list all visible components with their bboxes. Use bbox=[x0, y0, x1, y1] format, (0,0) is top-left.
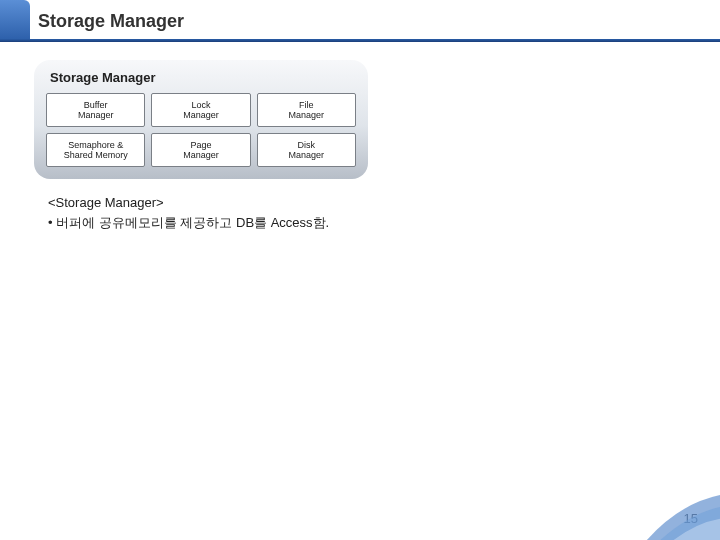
swoosh-icon bbox=[640, 490, 720, 540]
cell-semaphore-shared-memory: Semaphore & Shared Memory bbox=[46, 133, 145, 167]
description-heading: <Storage Manager> bbox=[48, 193, 720, 213]
cell-disk-manager: Disk Manager bbox=[257, 133, 356, 167]
cell-file-manager: File Manager bbox=[257, 93, 356, 127]
cell-lock-manager: Lock Manager bbox=[151, 93, 250, 127]
page-title: Storage Manager bbox=[38, 11, 184, 32]
description-bullet: • 버퍼에 공유메모리를 제공하고 DB를 Access함. bbox=[48, 213, 720, 233]
page-number: 15 bbox=[684, 511, 698, 526]
corner-decoration bbox=[640, 490, 720, 540]
storage-manager-panel: Storage Manager Buffer Manager Lock Mana… bbox=[34, 60, 368, 179]
description-block: <Storage Manager> • 버퍼에 공유메모리를 제공하고 DB를 … bbox=[48, 193, 720, 232]
header-accent bbox=[0, 0, 30, 42]
cell-buffer-manager: Buffer Manager bbox=[46, 93, 145, 127]
panel-title: Storage Manager bbox=[50, 70, 356, 85]
component-grid: Buffer Manager Lock Manager File Manager… bbox=[46, 93, 356, 167]
slide: Storage Manager Storage Manager Buffer M… bbox=[0, 0, 720, 540]
cell-page-manager: Page Manager bbox=[151, 133, 250, 167]
slide-header: Storage Manager bbox=[0, 0, 720, 42]
header-rule bbox=[0, 39, 720, 42]
